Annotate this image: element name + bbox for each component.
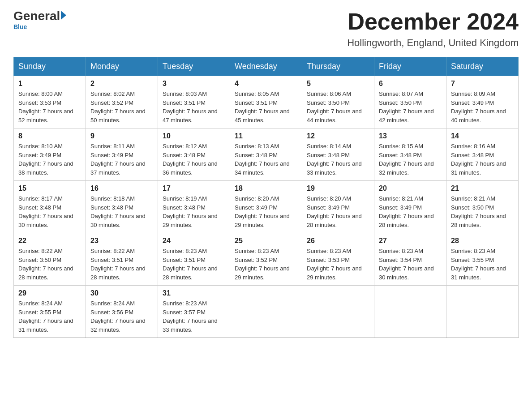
table-row (374, 286, 446, 338)
day-info: Sunrise: 8:24 AMSunset: 3:56 PMDaylight:… (90, 300, 146, 333)
day-number: 22 (18, 237, 81, 245)
table-row: 2 Sunrise: 8:02 AMSunset: 3:52 PMDayligh… (86, 76, 158, 128)
logo-text: General (13, 9, 66, 23)
table-row: 3 Sunrise: 8:03 AMSunset: 3:51 PMDayligh… (158, 76, 230, 128)
calendar-table: Sunday Monday Tuesday Wednesday Thursday… (13, 57, 519, 338)
col-tuesday: Tuesday (158, 57, 230, 76)
day-info: Sunrise: 8:21 AMSunset: 3:50 PMDaylight:… (451, 195, 506, 228)
table-row: 5 Sunrise: 8:06 AMSunset: 3:50 PMDayligh… (302, 76, 374, 128)
table-row (302, 286, 374, 338)
day-info: Sunrise: 8:22 AMSunset: 3:51 PMDaylight:… (90, 248, 146, 281)
day-number: 7 (451, 80, 514, 88)
col-friday: Friday (374, 57, 446, 76)
day-number: 30 (90, 289, 153, 297)
calendar-week-row: 15 Sunrise: 8:17 AMSunset: 3:48 PMDaylig… (14, 181, 519, 233)
table-row: 6 Sunrise: 8:07 AMSunset: 3:50 PMDayligh… (374, 76, 446, 128)
day-number: 3 (163, 80, 225, 88)
day-number: 14 (451, 132, 514, 140)
day-number: 26 (307, 237, 369, 245)
day-number: 6 (379, 80, 442, 88)
day-number: 2 (90, 80, 153, 88)
calendar-week-row: 8 Sunrise: 8:10 AMSunset: 3:49 PMDayligh… (14, 128, 519, 181)
table-row: 29 Sunrise: 8:24 AMSunset: 3:55 PMDaylig… (14, 286, 86, 338)
table-row: 18 Sunrise: 8:20 AMSunset: 3:49 PMDaylig… (230, 181, 302, 233)
calendar-header-row: Sunday Monday Tuesday Wednesday Thursday… (14, 57, 519, 76)
day-info: Sunrise: 8:19 AMSunset: 3:48 PMDaylight:… (163, 195, 218, 228)
table-row: 9 Sunrise: 8:11 AMSunset: 3:49 PMDayligh… (86, 128, 158, 181)
logo-triangle-icon (61, 11, 66, 20)
calendar-week-row: 22 Sunrise: 8:22 AMSunset: 3:50 PMDaylig… (14, 233, 519, 286)
day-info: Sunrise: 8:23 AMSunset: 3:54 PMDaylight:… (379, 248, 434, 281)
day-number: 19 (307, 184, 369, 193)
table-row (446, 286, 519, 338)
logo-blue: Blue (13, 23, 27, 30)
table-row: 13 Sunrise: 8:15 AMSunset: 3:48 PMDaylig… (374, 128, 446, 181)
day-info: Sunrise: 8:05 AMSunset: 3:51 PMDaylight:… (235, 90, 290, 124)
day-info: Sunrise: 8:21 AMSunset: 3:49 PMDaylight:… (379, 195, 434, 228)
day-info: Sunrise: 8:02 AMSunset: 3:52 PMDaylight:… (90, 90, 146, 124)
col-wednesday: Wednesday (230, 57, 302, 76)
day-info: Sunrise: 8:09 AMSunset: 3:49 PMDaylight:… (451, 90, 506, 124)
table-row: 17 Sunrise: 8:19 AMSunset: 3:48 PMDaylig… (158, 181, 230, 233)
col-saturday: Saturday (446, 57, 519, 76)
table-row (230, 286, 302, 338)
day-number: 11 (235, 132, 297, 140)
day-number: 31 (163, 289, 225, 297)
table-row: 4 Sunrise: 8:05 AMSunset: 3:51 PMDayligh… (230, 76, 302, 128)
table-row: 19 Sunrise: 8:20 AMSunset: 3:49 PMDaylig… (302, 181, 374, 233)
calendar-week-row: 29 Sunrise: 8:24 AMSunset: 3:55 PMDaylig… (14, 286, 519, 338)
table-row: 27 Sunrise: 8:23 AMSunset: 3:54 PMDaylig… (374, 233, 446, 286)
table-row: 10 Sunrise: 8:12 AMSunset: 3:48 PMDaylig… (158, 128, 230, 181)
day-info: Sunrise: 8:23 AMSunset: 3:57 PMDaylight:… (163, 300, 218, 333)
day-info: Sunrise: 8:12 AMSunset: 3:48 PMDaylight:… (163, 143, 218, 176)
day-info: Sunrise: 8:15 AMSunset: 3:48 PMDaylight:… (379, 143, 434, 176)
day-number: 16 (90, 184, 153, 193)
day-number: 10 (163, 132, 225, 140)
day-number: 27 (379, 237, 442, 245)
day-info: Sunrise: 8:00 AMSunset: 3:53 PMDaylight:… (18, 90, 73, 124)
month-title: December 2024 (347, 9, 519, 34)
logo: General Blue (13, 9, 66, 30)
day-number: 9 (90, 132, 153, 140)
table-row: 7 Sunrise: 8:09 AMSunset: 3:49 PMDayligh… (446, 76, 519, 128)
day-number: 18 (235, 184, 297, 193)
day-number: 21 (451, 184, 514, 193)
col-thursday: Thursday (302, 57, 374, 76)
table-row: 1 Sunrise: 8:00 AMSunset: 3:53 PMDayligh… (14, 76, 86, 128)
logo-general: General (13, 9, 60, 23)
table-row: 26 Sunrise: 8:23 AMSunset: 3:53 PMDaylig… (302, 233, 374, 286)
table-row: 20 Sunrise: 8:21 AMSunset: 3:49 PMDaylig… (374, 181, 446, 233)
table-row: 16 Sunrise: 8:18 AMSunset: 3:48 PMDaylig… (86, 181, 158, 233)
day-info: Sunrise: 8:07 AMSunset: 3:50 PMDaylight:… (379, 90, 434, 124)
table-row: 12 Sunrise: 8:14 AMSunset: 3:48 PMDaylig… (302, 128, 374, 181)
table-row: 31 Sunrise: 8:23 AMSunset: 3:57 PMDaylig… (158, 286, 230, 338)
day-number: 4 (235, 80, 297, 88)
day-info: Sunrise: 8:23 AMSunset: 3:53 PMDaylight:… (307, 248, 362, 281)
day-info: Sunrise: 8:23 AMSunset: 3:51 PMDaylight:… (163, 248, 218, 281)
day-info: Sunrise: 8:20 AMSunset: 3:49 PMDaylight:… (307, 195, 362, 228)
day-number: 17 (163, 184, 225, 193)
day-info: Sunrise: 8:24 AMSunset: 3:55 PMDaylight:… (18, 300, 73, 333)
table-row: 14 Sunrise: 8:16 AMSunset: 3:48 PMDaylig… (446, 128, 519, 181)
day-info: Sunrise: 8:23 AMSunset: 3:52 PMDaylight:… (235, 248, 290, 281)
table-row: 30 Sunrise: 8:24 AMSunset: 3:56 PMDaylig… (86, 286, 158, 338)
day-info: Sunrise: 8:17 AMSunset: 3:48 PMDaylight:… (18, 195, 73, 228)
day-info: Sunrise: 8:14 AMSunset: 3:48 PMDaylight:… (307, 143, 362, 176)
day-info: Sunrise: 8:20 AMSunset: 3:49 PMDaylight:… (235, 195, 290, 228)
table-row: 23 Sunrise: 8:22 AMSunset: 3:51 PMDaylig… (86, 233, 158, 286)
day-info: Sunrise: 8:11 AMSunset: 3:49 PMDaylight:… (90, 143, 146, 176)
day-info: Sunrise: 8:03 AMSunset: 3:51 PMDaylight:… (163, 90, 218, 124)
day-info: Sunrise: 8:22 AMSunset: 3:50 PMDaylight:… (18, 248, 73, 281)
location-subtitle: Hollingworth, England, United Kingdom (347, 37, 519, 49)
calendar-week-row: 1 Sunrise: 8:00 AMSunset: 3:53 PMDayligh… (14, 76, 519, 128)
col-monday: Monday (86, 57, 158, 76)
day-info: Sunrise: 8:10 AMSunset: 3:49 PMDaylight:… (18, 143, 73, 176)
day-number: 24 (163, 237, 225, 245)
col-sunday: Sunday (14, 57, 86, 76)
day-number: 5 (307, 80, 369, 88)
table-row: 15 Sunrise: 8:17 AMSunset: 3:48 PMDaylig… (14, 181, 86, 233)
table-row: 21 Sunrise: 8:21 AMSunset: 3:50 PMDaylig… (446, 181, 519, 233)
day-number: 29 (18, 289, 81, 297)
day-number: 15 (18, 184, 81, 193)
day-number: 1 (18, 80, 81, 88)
